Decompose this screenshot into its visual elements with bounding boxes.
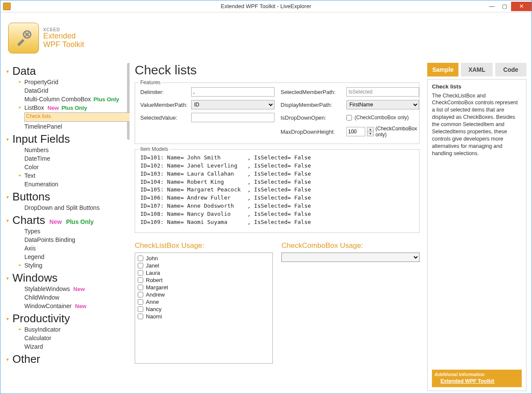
list-item-label: Anne	[146, 299, 159, 305]
sidebar-item-calculator[interactable]: Calculator	[6, 334, 128, 342]
selectedmemberpath-label: SelectedMemberPath:	[281, 89, 340, 95]
sidebar-item-numbers[interactable]: Numbers	[6, 146, 128, 154]
sidebar-item-childwindow[interactable]: ChildWindow	[6, 293, 128, 302]
badge-new: New	[50, 218, 62, 225]
checkbox[interactable]	[138, 292, 143, 297]
list-item[interactable]: John	[138, 255, 270, 262]
list-item-label: John	[146, 255, 158, 262]
badge-plus: Plus Only	[94, 96, 119, 103]
spinner-buttons[interactable]: ▲▼	[367, 127, 374, 136]
badge-plus: Plus Only	[66, 218, 94, 225]
badge-new: New	[75, 303, 87, 309]
additional-info-link[interactable]: Extended WPF Toolkit	[434, 378, 519, 385]
delimiter-label: Delimiter:	[140, 89, 185, 95]
close-button[interactable]: ✕	[511, 2, 532, 11]
checkbox[interactable]	[138, 314, 143, 319]
minimize-button[interactable]: —	[485, 2, 498, 11]
selectedvalue-label: SelectedValue:	[140, 115, 185, 121]
checkbox[interactable]	[138, 256, 143, 261]
product-line1: Extended	[43, 32, 84, 41]
features-legend: Features	[139, 79, 162, 85]
sidebar-item-datapoints-binding[interactable]: DataPoints Binding	[6, 235, 128, 244]
checkbox[interactable]	[138, 270, 143, 276]
badge-new: New	[74, 286, 85, 292]
sidebar-item-datetime[interactable]: DateTime	[6, 154, 128, 163]
sidebar-item-types[interactable]: Types	[6, 227, 128, 235]
list-item[interactable]: Robert	[138, 276, 270, 284]
maxdropdownheight-label: MaxDropDownHeight:	[281, 129, 340, 135]
list-item-label: Laura	[146, 270, 160, 276]
sidebar-item-timelinepanel[interactable]: TimelinePanel	[6, 122, 128, 131]
sidebar-item-propertygrid[interactable]: PropertyGrid	[6, 78, 128, 86]
titlebar: Extended WPF Toolkit - LiveExplorer — ▢ …	[0, 0, 532, 12]
list-item[interactable]: Andrew	[138, 291, 270, 298]
checkbox[interactable]	[138, 277, 143, 283]
valuememberpath-select[interactable]: ID	[191, 100, 275, 109]
checkbox[interactable]	[138, 285, 143, 290]
sidebar-item-busyindicator[interactable]: BusyIndicator	[6, 325, 128, 334]
category-other[interactable]: Other	[6, 351, 40, 366]
toolkit-icon	[8, 23, 39, 53]
window-title: Extended WPF Toolkit - LiveExplorer	[221, 3, 311, 9]
category-input-fields[interactable]: Input Fields	[6, 131, 70, 146]
additional-info: Additional Information Extended WPF Tool…	[432, 370, 522, 387]
sidebar-item-dropdown-and-split-buttons[interactable]: DropDown and Split Buttons	[6, 203, 128, 212]
list-item-label: Naomi	[146, 313, 162, 320]
list-item[interactable]: Margaret	[138, 284, 270, 291]
list-item-label: Margaret	[146, 284, 168, 291]
maximize-button[interactable]: ▢	[498, 2, 511, 11]
sidebar-item-multi-column-combobox[interactable]: Multi-Column ComboBoxPlus Only	[6, 95, 128, 103]
sidebar-item-styling[interactable]: Styling	[6, 261, 128, 270]
selectedvalue-input[interactable]	[191, 113, 275, 122]
info-body: The CheckListBox and CheckComboBox contr…	[432, 92, 522, 157]
sidebar: DataPropertyGridDataGridMulti-Column Com…	[6, 63, 130, 391]
selectedmemberpath-input[interactable]	[346, 87, 419, 97]
category-data[interactable]: Data	[6, 63, 36, 78]
badge-plus: Plus Only	[62, 105, 87, 111]
itemmodels-group: Item Models ID=101: Name= John Smith , I…	[135, 149, 420, 233]
delimiter-input[interactable]	[191, 87, 275, 97]
checkbox[interactable]	[138, 263, 143, 268]
sidebar-item-legend[interactable]: Legend	[6, 253, 128, 261]
sidebar-item-stylablewindows[interactable]: StylableWindowsNew	[6, 285, 128, 293]
sidebar-item-enumeration[interactable]: Enumeration	[6, 180, 128, 188]
sidebar-item-wizard[interactable]: Wizard	[6, 342, 128, 351]
category-buttons[interactable]: Buttons	[6, 188, 50, 203]
list-item[interactable]: Laura	[138, 269, 270, 276]
tab-code[interactable]: Code	[495, 63, 526, 76]
sidebar-item-axis[interactable]: Axis	[6, 244, 128, 253]
checkcombobox-title: CheckComboBox Usage:	[281, 241, 420, 250]
tab-xaml[interactable]: XAML	[461, 63, 492, 76]
sidebar-item-color[interactable]: Color	[6, 163, 128, 171]
info-title: Check lists	[432, 83, 522, 91]
checklistbox[interactable]: JohnJanelLauraRobertMargaretAndrewAnneNa…	[135, 253, 273, 364]
list-item[interactable]: Janel	[138, 262, 270, 269]
itemmodels-legend: Item Models	[139, 146, 170, 152]
sidebar-item-datagrid[interactable]: DataGrid	[6, 86, 128, 95]
category-charts[interactable]: Charts	[6, 212, 45, 227]
checkbox[interactable]	[138, 299, 143, 305]
displaymemberpath-select[interactable]: FirstName	[346, 100, 419, 109]
sidebar-item-text[interactable]: Text	[6, 171, 128, 180]
sidebar-item-windowcontainer[interactable]: WindowContainerNew	[6, 302, 128, 310]
checkbox[interactable]	[138, 306, 143, 312]
maxdropdownheight-input[interactable]	[346, 127, 365, 136]
sidebar-item-listbox[interactable]: ListBoxNewPlus Only	[6, 103, 128, 112]
checkcombobox[interactable]	[281, 253, 420, 262]
category-productivity[interactable]: Productivity	[6, 310, 70, 325]
list-item-label: Janel	[146, 262, 159, 269]
product-line2: WPF Toolkit	[43, 41, 84, 49]
additional-info-header: Additional Information	[434, 371, 519, 378]
displaymemberpath-label: DisplayMemberPath:	[281, 102, 340, 108]
list-item[interactable]: Anne	[138, 298, 270, 306]
info-panel: Check lists The CheckListBox and CheckCo…	[427, 79, 526, 391]
logo: XCEED Extended WPF Toolkit	[6, 17, 526, 63]
category-windows[interactable]: Windows	[6, 270, 57, 285]
list-item-label: Nancy	[146, 306, 162, 312]
sidebar-item-check-lists[interactable]: Check lists	[24, 112, 130, 122]
isdropdownopen-label: IsDropDownOpen:	[281, 115, 340, 121]
tab-sample[interactable]: Sample	[427, 63, 458, 76]
list-item[interactable]: Nancy	[138, 306, 270, 313]
list-item[interactable]: Naomi	[138, 313, 270, 320]
isdropdownopen-checkbox[interactable]	[346, 115, 352, 121]
